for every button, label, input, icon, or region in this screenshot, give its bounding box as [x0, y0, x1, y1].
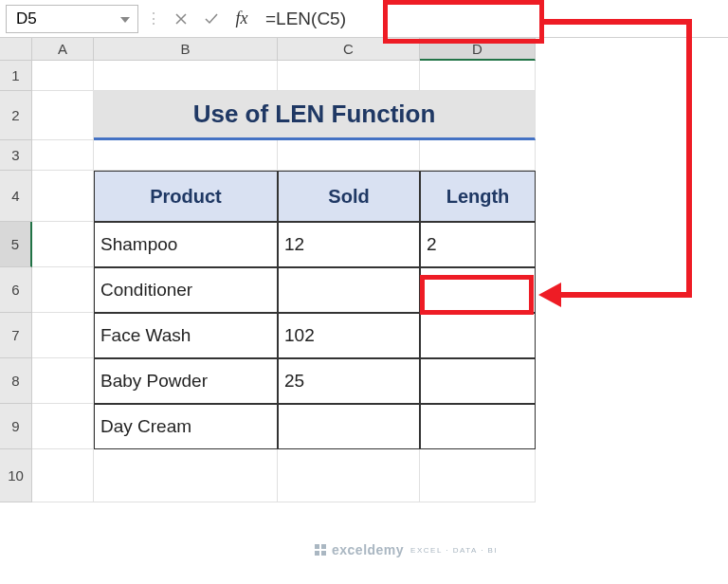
cell-B1[interactable] — [94, 61, 278, 91]
cell-A7[interactable] — [32, 313, 94, 358]
cell-product-0[interactable]: Shampoo — [94, 222, 278, 267]
row-header-8[interactable]: 8 — [0, 358, 32, 404]
watermark-sub: EXCEL · DATA · BI — [410, 546, 498, 555]
row-4: 4 Product Sold Length — [0, 171, 728, 222]
annotation-line — [686, 19, 692, 298]
svg-rect-1 — [321, 544, 326, 549]
name-box-value: D5 — [16, 9, 37, 28]
row-3: 3 — [0, 140, 728, 171]
table-header-sold[interactable]: Sold — [278, 171, 420, 222]
cell-A6[interactable] — [32, 267, 94, 313]
row-9: 9 Day Cream — [0, 404, 728, 449]
row-7: 7 Face Wash 102 — [0, 313, 728, 358]
annotation-arrow-icon — [538, 283, 561, 307]
cell-product-3[interactable]: Baby Powder — [94, 358, 278, 404]
chevron-down-icon[interactable] — [120, 12, 130, 26]
column-header-A[interactable]: A — [32, 38, 94, 61]
cell-length-3[interactable] — [420, 358, 536, 404]
cell-A1[interactable] — [32, 61, 94, 91]
row-header-3[interactable]: 3 — [0, 140, 32, 171]
row-5: 5 Shampoo 12 2 — [0, 222, 728, 267]
cell-A8[interactable] — [32, 358, 94, 404]
row-header-6[interactable]: 6 — [0, 267, 32, 313]
cell-A10[interactable] — [32, 449, 94, 502]
cell-sold-2[interactable]: 102 — [278, 313, 420, 358]
table-header-length[interactable]: Length — [420, 171, 536, 222]
cell-A5[interactable] — [32, 222, 94, 267]
row-header-10[interactable]: 10 — [0, 449, 32, 502]
cell-C1[interactable] — [278, 61, 420, 91]
separator: ⋮ — [146, 9, 161, 27]
cell-product-4[interactable]: Day Cream — [94, 404, 278, 449]
svg-rect-2 — [315, 551, 319, 556]
cell-B3[interactable] — [94, 140, 278, 171]
name-box[interactable]: D5 — [6, 5, 138, 33]
cell-sold-4[interactable] — [278, 404, 420, 449]
cell-sold-0[interactable]: 12 — [278, 222, 420, 267]
cell-length-1[interactable] — [420, 267, 536, 313]
spreadsheet-grid: A B C D 1 2 Use of LEN Function 3 4 P — [0, 38, 728, 584]
cell-D1[interactable] — [420, 61, 536, 91]
cell-length-4[interactable] — [420, 404, 536, 449]
cell-A9[interactable] — [32, 404, 94, 449]
row-8: 8 Baby Powder 25 — [0, 358, 728, 404]
cancel-icon[interactable] — [169, 7, 193, 31]
watermark-icon — [313, 542, 328, 557]
title-cell[interactable]: Use of LEN Function — [94, 91, 536, 140]
cell-product-2[interactable]: Face Wash — [94, 313, 278, 358]
row-header-1[interactable]: 1 — [0, 61, 32, 91]
row-10: 10 — [0, 449, 728, 502]
cell-D10[interactable] — [420, 449, 536, 502]
cell-C10[interactable] — [278, 449, 420, 502]
annotation-line — [559, 292, 692, 298]
cell-product-1[interactable]: Conditioner — [94, 267, 278, 313]
cell-B10[interactable] — [94, 449, 278, 502]
select-all-corner[interactable] — [0, 38, 32, 61]
cell-sold-3[interactable]: 25 — [278, 358, 420, 404]
annotation-line — [544, 19, 692, 25]
cell-A4[interactable] — [32, 171, 94, 222]
column-header-B[interactable]: B — [94, 38, 278, 61]
column-header-D[interactable]: D — [420, 38, 536, 61]
cell-D3[interactable] — [420, 140, 536, 171]
row-header-4[interactable]: 4 — [0, 171, 32, 222]
row-header-7[interactable]: 7 — [0, 313, 32, 358]
cell-sold-1[interactable] — [278, 267, 420, 313]
row-header-9[interactable]: 9 — [0, 404, 32, 449]
svg-rect-3 — [321, 551, 326, 556]
watermark-brand: exceldemy — [332, 542, 404, 557]
column-headers: A B C D — [0, 38, 728, 61]
watermark: exceldemy EXCEL · DATA · BI — [313, 542, 498, 557]
check-icon[interactable] — [199, 7, 224, 31]
rows-area: 1 2 Use of LEN Function 3 4 Product Sold… — [0, 61, 728, 502]
cell-length-2[interactable] — [420, 313, 536, 358]
row-1: 1 — [0, 61, 728, 91]
fx-icon[interactable]: fx — [229, 7, 254, 31]
row-6: 6 Conditioner — [0, 267, 728, 313]
svg-rect-0 — [315, 544, 319, 549]
row-2: 2 Use of LEN Function — [0, 91, 728, 140]
row-header-5[interactable]: 5 — [0, 222, 32, 267]
cell-length-0[interactable]: 2 — [420, 222, 536, 267]
cell-A2[interactable] — [32, 91, 94, 140]
row-header-2[interactable]: 2 — [0, 91, 32, 140]
table-header-product[interactable]: Product — [94, 171, 278, 222]
cell-A3[interactable] — [32, 140, 94, 171]
cell-C3[interactable] — [278, 140, 420, 171]
formula-text: =LEN(C5) — [265, 9, 346, 28]
column-header-C[interactable]: C — [278, 38, 420, 61]
